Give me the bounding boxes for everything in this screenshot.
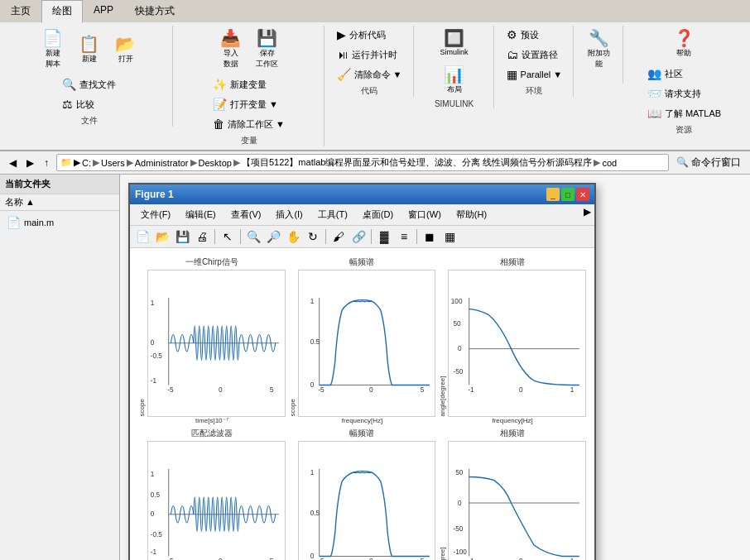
- pan-button[interactable]: ✋: [284, 227, 302, 246]
- ribbon-group-environment: ⚙ 预设 🗂 设置路径 ▦ Parallel ▼ 环境: [496, 26, 575, 97]
- menu-window[interactable]: 窗口(W): [401, 206, 449, 223]
- parallel-button[interactable]: ▦ Parallel ▼: [502, 65, 567, 84]
- save-fig-button[interactable]: 💾: [173, 227, 191, 246]
- set-path-icon: 🗂: [507, 48, 518, 61]
- community-button[interactable]: 👥 社区: [643, 65, 725, 83]
- clear-workspace-button[interactable]: 🗑 清除工作区 ▼: [209, 115, 289, 133]
- plot-mag-top-title: 幅频谱: [349, 256, 374, 268]
- select-button[interactable]: ↖: [219, 227, 237, 246]
- tab-plot[interactable]: 绘图: [41, 0, 83, 23]
- rotate-button[interactable]: ↻: [304, 227, 322, 246]
- plot-browser-button[interactable]: ▦: [440, 227, 459, 246]
- svg-text:0: 0: [219, 386, 223, 394]
- code-group-label: 代码: [361, 85, 377, 97]
- plot-magnitude-top: 幅频谱 scope 1 0.5 0: [287, 255, 438, 426]
- search-address-button[interactable]: 🔍 命令行窗口: [672, 153, 745, 172]
- svg-text:-1: -1: [151, 377, 157, 385]
- menu-help[interactable]: 帮助(H): [449, 206, 494, 223]
- open-variable-button[interactable]: 📝 打开变量 ▼: [209, 95, 289, 113]
- svg-text:0: 0: [458, 345, 462, 352]
- restore-button[interactable]: □: [561, 188, 575, 201]
- link-button[interactable]: 🔗: [349, 227, 368, 246]
- file-item-main[interactable]: 📄 main.m: [3, 214, 116, 231]
- plot-magnitude-bottom: 幅频谱 scope 1 0.5 0: [287, 426, 438, 561]
- plot-mag-bot-title: 幅频谱: [349, 428, 374, 439]
- svg-text:0: 0: [369, 557, 373, 560]
- tab-shortcuts[interactable]: 快捷方式: [124, 0, 185, 22]
- svg-text:0: 0: [369, 386, 373, 394]
- clear-commands-button[interactable]: 🧹 清除命令 ▼: [333, 65, 406, 84]
- set-path-button[interactable]: 🗂 设置路径: [502, 45, 567, 64]
- brush-button[interactable]: 🖌: [329, 227, 348, 246]
- import-data-button[interactable]: 📥 导入数据: [214, 26, 248, 72]
- svg-text:5: 5: [420, 386, 424, 394]
- svg-text:-5: -5: [318, 557, 325, 560]
- analyze-code-button[interactable]: ▶ 分析代码: [333, 26, 406, 44]
- tab-app[interactable]: APP: [83, 0, 124, 22]
- save-workspace-button[interactable]: 💾 保存工作区: [251, 26, 284, 72]
- plot-area: 一维Chirp信号 scope: [130, 248, 594, 560]
- menu-edit[interactable]: 编辑(E): [178, 206, 224, 223]
- zoom-out-button[interactable]: 🔎: [264, 227, 282, 246]
- compare-button[interactable]: ⚖ 比较: [58, 95, 120, 113]
- zoom-in-button[interactable]: 🔍: [244, 227, 262, 246]
- svg-text:0: 0: [310, 553, 314, 560]
- plot-phase-bot-ylabel: angle[degree]: [439, 441, 446, 561]
- plot-phase-top: 相频谱 angle[degree] 100 50 0 -50: [437, 255, 588, 426]
- simulink-group-label: SIMULINK: [435, 99, 474, 108]
- find-files-button[interactable]: 🔍 查找文件: [58, 75, 120, 93]
- print-fig-button[interactable]: 🖨: [193, 227, 211, 246]
- plot-phase-top-title: 相频谱: [500, 256, 525, 268]
- svg-text:100: 100: [451, 298, 463, 305]
- svg-text:0.5: 0.5: [310, 338, 320, 346]
- plot-mag-bot-svg: 1 0.5 0 -5 0 5: [298, 441, 436, 561]
- svg-text:-5: -5: [318, 386, 325, 394]
- svg-text:-1: -1: [151, 548, 157, 555]
- new-button[interactable]: 📋 新建: [73, 31, 106, 67]
- addon-button[interactable]: 🔧 附加功能: [582, 26, 616, 72]
- close-button[interactable]: ✕: [576, 188, 589, 201]
- back-button[interactable]: ◀: [5, 155, 21, 171]
- figure-toolbar: 📄 📂 💾 🖨 ↖ 🔍 🔎 ✋ ↻ 🖌 🔗 ▓ ≡ ◼ ▦: [130, 226, 594, 248]
- menu-insert[interactable]: 插入(I): [268, 206, 310, 223]
- forward-button[interactable]: ▶: [22, 155, 38, 171]
- up-button[interactable]: ↑: [40, 155, 53, 171]
- open-fig-button[interactable]: 📂: [153, 227, 171, 246]
- plot-matched-title: 匹配滤波器: [191, 428, 233, 439]
- plot-mag-top-svg: 1 0.5 0 -5 0 5: [298, 270, 436, 417]
- new-fig-button[interactable]: 📄: [133, 227, 151, 246]
- run-and-time-button[interactable]: ⏯ 运行并计时: [333, 45, 406, 64]
- svg-text:-100: -100: [454, 548, 468, 555]
- new-script-button[interactable]: 📄 新建脚本: [36, 26, 70, 72]
- address-path[interactable]: 📁 ▶ C: ▶ Users ▶ Administrator ▶ Desktop…: [56, 154, 669, 171]
- plot-matched-ylabel: scope: [138, 441, 146, 561]
- menu-file[interactable]: 文件(F): [133, 206, 178, 223]
- new-variable-button[interactable]: ✨ 新建变量: [209, 75, 289, 93]
- menu-collapse[interactable]: ▶: [584, 206, 591, 223]
- help-button[interactable]: ❓ 帮助: [667, 26, 700, 61]
- file-m-icon: 📄: [7, 216, 21, 229]
- layout-icon: 📊: [444, 65, 464, 84]
- svg-text:5: 5: [270, 386, 274, 394]
- insert-legend-button[interactable]: ≡: [395, 227, 413, 246]
- tab-home[interactable]: 主页: [0, 0, 41, 22]
- preferences-button[interactable]: ⚙ 预设: [502, 26, 567, 44]
- svg-text:1: 1: [310, 468, 314, 476]
- plot-phase-top-svg: 100 50 0 -50 -1 0 1: [448, 270, 586, 417]
- figure-menubar: 文件(F) 编辑(E) 查看(V) 插入(I) 工具(T) 桌面(D) 窗口(W…: [130, 204, 594, 226]
- request-support-button[interactable]: 📨 请求支持: [643, 84, 725, 103]
- menu-view[interactable]: 查看(V): [224, 206, 269, 223]
- learn-matlab-button[interactable]: 📖 了解 MATLAB: [643, 104, 725, 122]
- menu-tools[interactable]: 工具(T): [310, 206, 355, 223]
- svg-text:0: 0: [219, 557, 223, 560]
- open-button[interactable]: 📂 打开: [109, 31, 142, 67]
- address-bar: ◀ ▶ ↑ 📁 ▶ C: ▶ Users ▶ Administrator ▶ D…: [0, 151, 750, 175]
- simulink-button[interactable]: 🔲 Simulink: [436, 26, 473, 59]
- menu-desktop[interactable]: 桌面(D): [355, 206, 401, 223]
- insert-colorbar-button[interactable]: ▓: [375, 227, 393, 246]
- minimize-button[interactable]: _: [546, 188, 560, 201]
- layout-button[interactable]: 📊 布局: [438, 62, 471, 98]
- svg-text:0: 0: [310, 381, 314, 389]
- plot-style-button[interactable]: ◼: [421, 227, 439, 246]
- svg-text:0.5: 0.5: [151, 491, 161, 499]
